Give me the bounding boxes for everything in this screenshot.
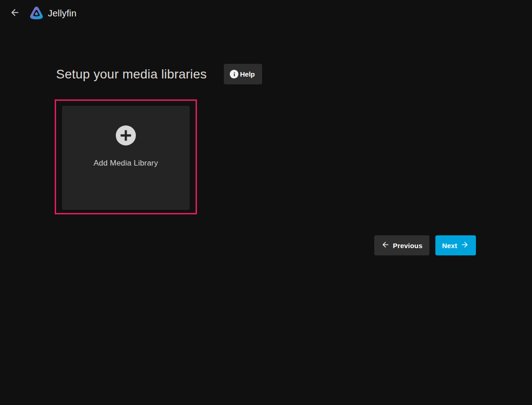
app-name: Jellyfin xyxy=(48,8,77,19)
jellyfin-logo: Jellyfin xyxy=(29,5,77,21)
heading-row: Setup your media libraries i Help xyxy=(56,64,476,84)
add-library-label: Add Media Library xyxy=(93,159,158,168)
plus-icon xyxy=(116,125,136,145)
arrow-left-icon xyxy=(381,240,390,250)
help-button-label: Help xyxy=(240,70,255,78)
wizard-content: Setup your media libraries i Help Add Me… xyxy=(56,64,476,255)
library-cards-row: Add Media Library xyxy=(56,99,476,214)
next-button[interactable]: Next xyxy=(435,235,476,255)
previous-button[interactable]: Previous xyxy=(374,235,429,255)
previous-button-label: Previous xyxy=(393,242,423,249)
app-header: Jellyfin xyxy=(0,0,532,26)
arrow-back-icon xyxy=(10,7,20,19)
wizard-nav-buttons: Previous Next xyxy=(56,235,476,255)
add-library-card[interactable]: Add Media Library xyxy=(62,106,190,210)
back-button[interactable] xyxy=(7,5,22,21)
add-library-card-highlight: Add Media Library xyxy=(55,99,197,214)
page-title: Setup your media libraries xyxy=(56,67,207,82)
next-button-label: Next xyxy=(442,242,457,249)
help-button[interactable]: i Help xyxy=(224,64,262,84)
info-icon: i xyxy=(230,70,238,78)
arrow-right-icon xyxy=(460,240,469,250)
jellyfin-logo-icon xyxy=(29,5,44,21)
